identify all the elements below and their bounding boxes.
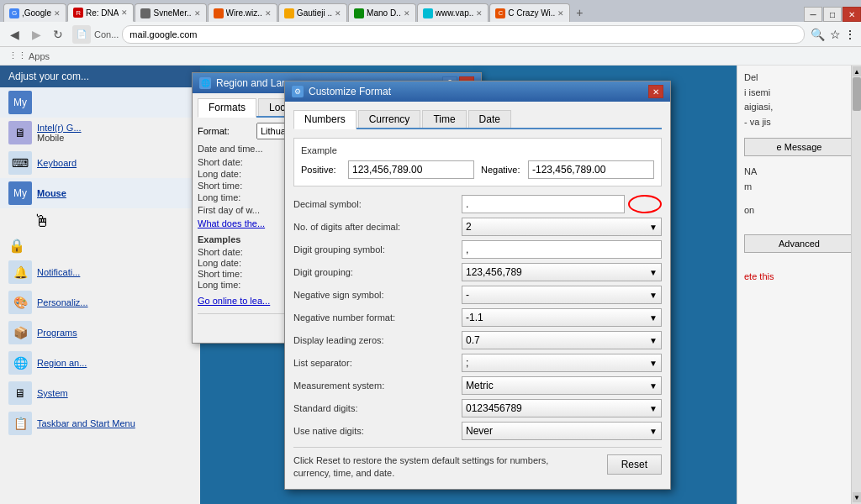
cp-item-region[interactable]: 🌐 Region an... <box>0 348 200 378</box>
tab-close-5[interactable]: ✕ <box>335 9 341 18</box>
negative-value[interactable] <box>528 160 654 179</box>
list-sep-select[interactable]: ; ▼ <box>462 354 662 372</box>
more-icon[interactable]: ⋮ <box>844 28 856 41</box>
cp-item-system[interactable]: 🖥 System <box>0 378 200 408</box>
cp-item-my2[interactable]: My Mouse <box>0 178 200 208</box>
go-online-link[interactable]: Go online to lea... <box>198 296 270 306</box>
keyboard-label: Keyboard <box>37 158 77 168</box>
star-icon[interactable]: ☆ <box>830 28 841 41</box>
control-panel: Adjust your com... My 🖥 Intel(r) G... Mo… <box>0 66 200 504</box>
neg-format-select[interactable]: -1.1 ▼ <box>462 308 662 327</box>
grouping-select[interactable]: 123,456,789 ▼ <box>462 263 662 281</box>
long-time-label: Long time: <box>198 192 273 202</box>
customize-close-btn[interactable]: ✕ <box>648 85 663 98</box>
my2-icon: My <box>8 181 32 205</box>
field-grouping-symbol: Digit grouping symbol: <box>293 240 662 259</box>
close-btn[interactable]: ✕ <box>843 7 861 22</box>
maximize-btn[interactable]: □ <box>823 7 842 22</box>
neg-sign-arrow: ▼ <box>649 291 658 300</box>
minimize-btn[interactable]: ─ <box>804 7 822 22</box>
tab-favicon-2: R <box>73 8 83 18</box>
cp-header: Adjust your com... <box>0 66 200 87</box>
advanced-button[interactable]: Advanced <box>744 234 854 253</box>
programs-icon: 📦 <box>8 321 32 344</box>
short-date-label: Short date: <box>198 157 273 167</box>
new-tab-button[interactable]: + <box>571 3 588 22</box>
reset-button[interactable]: Reset <box>607 454 662 475</box>
notification-label: Notificati... <box>37 267 80 277</box>
tab-close-3[interactable]: ✕ <box>194 9 201 18</box>
tab-close-8[interactable]: ✕ <box>557 9 564 18</box>
tab-close-6[interactable]: ✕ <box>404 9 410 18</box>
dlg-tab-time[interactable]: Time <box>422 110 466 128</box>
format-label: Format: <box>198 126 256 136</box>
cp-item-notification[interactable]: 🔔 Notificati... <box>0 257 200 287</box>
neg-sign-select[interactable]: - ▼ <box>462 286 662 304</box>
lock-icon: 🔒 <box>8 239 25 253</box>
neg-format-arrow: ▼ <box>649 313 658 323</box>
native-digits-select[interactable]: Never ▼ <box>462 422 662 440</box>
tab-8[interactable]: C C Crazy Wi.. ✕ <box>489 3 570 22</box>
cp-item-taskbar[interactable]: 📋 Taskbar and Start Menu <box>0 408 200 438</box>
apps-bookmark[interactable]: ⋮⋮ Apps <box>5 50 53 62</box>
cp-item-personalize[interactable]: 🎨 Personaliz... <box>0 287 200 318</box>
dlg-tab-currency[interactable]: Currency <box>358 110 421 128</box>
tab-close-7[interactable]: ✕ <box>476 9 483 18</box>
dlg-tab-numbers[interactable]: Numbers <box>293 110 357 129</box>
field-measurement: Measurement system: Metric ▼ <box>293 376 662 395</box>
address-input[interactable] <box>122 25 805 44</box>
browser-chrome: G ,Google ✕ R Re: DNA ✕ SvneMer.. ✕ Wire… <box>0 0 861 66</box>
scroll-down-btn[interactable]: ▼ <box>853 492 861 502</box>
notification-icon: 🔔 <box>8 260 32 284</box>
field-digits: No. of digits after decimal: 2 ▼ <box>293 218 662 236</box>
cp-item-my1[interactable]: My <box>0 87 200 118</box>
field-grouping: Digit grouping: 123,456,789 ▼ <box>293 263 662 281</box>
search-button[interactable]: 🔍 <box>808 25 827 44</box>
neg-sign-label: Negative sign symbol: <box>293 290 462 300</box>
grouping-symbol-input[interactable] <box>462 240 662 259</box>
tab-label-3: SvneMer.. <box>153 8 191 18</box>
tab-2[interactable]: R Re: DNA ✕ <box>67 3 134 22</box>
std-digits-arrow: ▼ <box>649 404 658 413</box>
what-does-link[interactable]: What does the... <box>198 218 265 228</box>
tab-4[interactable]: Wire.wiz.. ✕ <box>208 3 277 22</box>
nav-bar: ◀ ▶ ↻ 📄 Con... 🔍 ☆ ⋮ <box>0 22 861 47</box>
cp-item-keyboard[interactable]: ⌨ Keyboard <box>0 148 200 178</box>
region-label: Region an... <box>37 358 87 368</box>
scroll-thumb[interactable] <box>853 77 861 111</box>
grouping-symbol-wrapper <box>462 240 662 259</box>
customize-title-bar[interactable]: ⚙ Customize Format ✕ <box>285 81 670 102</box>
negative-label: Negative: <box>481 165 521 175</box>
digits-select[interactable]: 2 ▼ <box>462 218 662 236</box>
tab-3[interactable]: SvneMer.. ✕ <box>135 3 206 22</box>
tab-close-1[interactable]: ✕ <box>54 9 61 18</box>
tab-formats[interactable]: Formats <box>198 98 256 118</box>
back-button[interactable]: ◀ <box>5 25 24 44</box>
tab-close-4[interactable]: ✕ <box>265 9 272 18</box>
leading-zeros-select[interactable]: 0.7 ▼ <box>462 331 662 349</box>
tab-6[interactable]: Mano D.. ✕ <box>348 3 416 22</box>
example-title: Example <box>301 145 654 155</box>
dlg-tab-date[interactable]: Date <box>468 110 511 128</box>
refresh-button[interactable]: ↻ <box>49 25 67 44</box>
tab-7[interactable]: www.vap.. ✕ <box>417 3 489 22</box>
tab-label-2: Re: DNA <box>86 8 119 18</box>
std-digits-select[interactable]: 0123456789 ▼ <box>462 399 662 417</box>
right-scrollbar[interactable]: ▲ ▼ <box>851 66 861 504</box>
tab-5[interactable]: Gautieji .. ✕ <box>278 3 347 22</box>
tab-close-2[interactable]: ✕ <box>121 8 128 17</box>
cp-item-intel[interactable]: 🖥 Intel(r) G... Mobile <box>0 118 200 148</box>
cp-item-programs[interactable]: 📦 Programs <box>0 318 200 348</box>
con-label: Con... <box>94 29 119 39</box>
scroll-up-btn[interactable]: ▲ <box>853 66 861 76</box>
tab-favicon-1: G <box>9 8 19 18</box>
intel-label: Intel(r) G... <box>37 123 82 133</box>
positive-value[interactable] <box>348 160 474 179</box>
example-row: Positive: Negative: <box>301 160 654 179</box>
field-decimal: Decimal symbol: <box>293 195 662 213</box>
forward-button[interactable]: ▶ <box>27 25 45 44</box>
tab-1[interactable]: G ,Google ✕ <box>3 3 66 22</box>
message-button[interactable]: e Message <box>744 138 854 156</box>
measurement-select[interactable]: Metric ▼ <box>462 376 662 395</box>
decimal-input[interactable] <box>462 195 625 213</box>
